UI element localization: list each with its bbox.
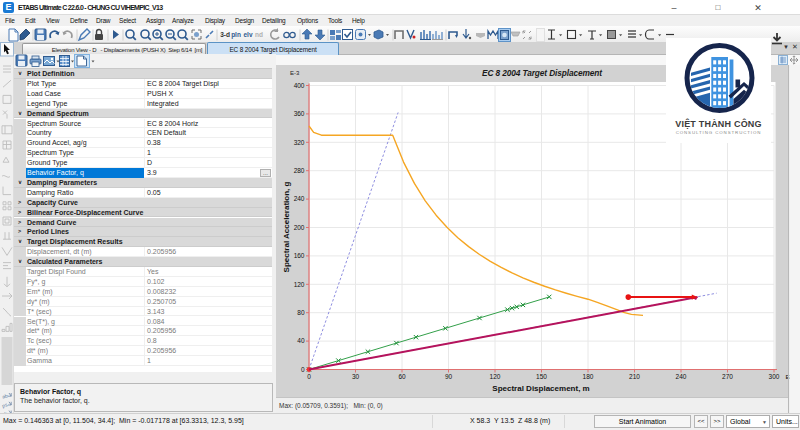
svg-text:320: 320	[294, 139, 305, 146]
svg-text:80: 80	[297, 309, 305, 316]
svg-text:160: 160	[294, 252, 305, 259]
svg-text:400: 400	[294, 82, 305, 89]
svg-text:0: 0	[301, 366, 305, 373]
svg-text:300: 300	[769, 373, 780, 380]
svg-text:270: 270	[722, 373, 733, 380]
svg-text:nd: nd	[255, 31, 263, 38]
svg-text:0: 0	[307, 373, 311, 380]
svg-text:3-d: 3-d	[220, 31, 230, 38]
svg-text:120: 120	[490, 373, 501, 380]
svg-text:280: 280	[294, 167, 305, 174]
svg-text:150: 150	[536, 373, 547, 380]
svg-text:Spectral Acceleration, g: Spectral Acceleration, g	[282, 181, 291, 272]
svg-text:240: 240	[294, 195, 305, 202]
svg-text:pln: pln	[231, 31, 241, 39]
svg-text:360: 360	[294, 110, 305, 117]
svg-text:200: 200	[294, 224, 305, 231]
svg-text:ab: ab	[1, 392, 8, 399]
svg-text:120: 120	[294, 281, 305, 288]
svg-text:90: 90	[445, 373, 453, 380]
svg-text:30: 30	[352, 373, 360, 380]
svg-text:40: 40	[297, 337, 305, 344]
svg-text:210: 210	[629, 373, 640, 380]
svg-text:240: 240	[676, 373, 687, 380]
svg-text:180: 180	[583, 373, 594, 380]
svg-text:60: 60	[398, 373, 406, 380]
svg-text:Spectral Displacement, m: Spectral Displacement, m	[492, 384, 589, 393]
svg-text:elv: elv	[243, 31, 252, 38]
svg-text:ps: ps	[1, 401, 8, 408]
